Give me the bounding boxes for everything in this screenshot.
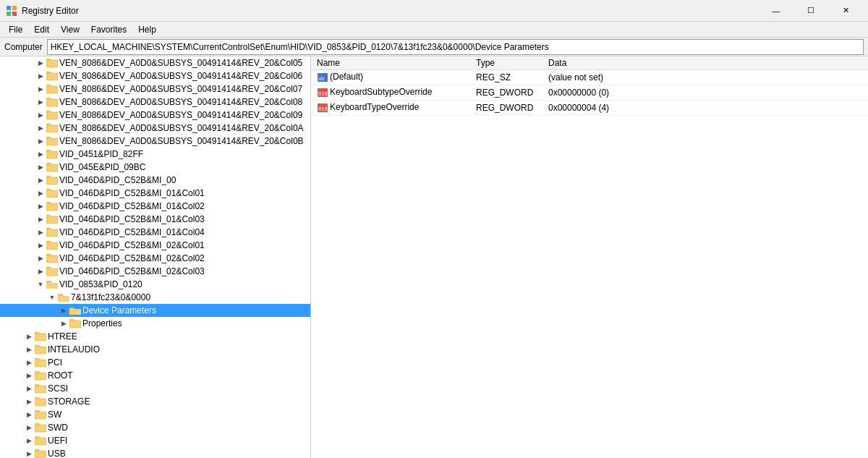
- expand-btn[interactable]: ▶: [35, 70, 46, 82]
- tree-node-vid_046d_mi02_col3[interactable]: ▶ VID_046D&PID_C52B&MI_02&Col03: [0, 265, 310, 278]
- folder-icon: [35, 436, 46, 446]
- node-label: VID_0853&PID_0120: [59, 279, 142, 289]
- close-button[interactable]: ✕: [829, 0, 862, 22]
- tree-node-vid_046d_mi01_col3[interactable]: ▶ VID_046D&PID_C52B&MI_01&Col03: [0, 213, 310, 226]
- expand-btn[interactable]: ▶: [23, 370, 35, 381]
- tree-node-ven_8086_col0b[interactable]: ▶ VEN_8086&DEV_A0D0&SUBSYS_00491414&REV_…: [0, 135, 310, 148]
- expand-btn[interactable]: ▶: [35, 135, 46, 147]
- expand-btn[interactable]: ▶: [35, 57, 46, 69]
- menu-item-file[interactable]: File: [3, 23, 28, 36]
- tree-node-ven_8086_col6[interactable]: ▶ VEN_8086&DEV_A0D0&SUBSYS_00491414&REV_…: [0, 69, 310, 82]
- tree-node-ven_8086_col7[interactable]: ▶ VEN_8086&DEV_A0D0&SUBSYS_00491414&REV_…: [0, 82, 310, 96]
- tree-container[interactable]: ▶ VEN_8086&DEV_A0D0&SUBSYS_00491414&REV_…: [0, 56, 310, 458]
- expand-btn[interactable]: ▶: [23, 383, 35, 394]
- tree-node-vid_046d_mi01_col4[interactable]: ▶ VID_046D&PID_C52B&MI_01&Col04: [0, 226, 310, 239]
- expand-btn[interactable]: ▶: [35, 239, 46, 251]
- node-label: STORAGE: [48, 396, 90, 407]
- tree-node-uefi[interactable]: ▶ UEFI: [0, 434, 310, 447]
- expand-btn[interactable]: ▶: [58, 305, 69, 316]
- tree-node-ven_8086_col9[interactable]: ▶ VEN_8086&DEV_A0D0&SUBSYS_00491414&REV_…: [0, 109, 310, 122]
- expand-btn[interactable]: ▶: [58, 318, 69, 329]
- expand-btn[interactable]: ▶: [35, 200, 46, 212]
- tree-node-properties[interactable]: ▶ Properties: [0, 317, 310, 330]
- folder-icon: [35, 331, 46, 342]
- svg-rect-47: [35, 360, 46, 367]
- tree-node-swd[interactable]: ▶ SWD: [0, 421, 310, 434]
- menu-item-help[interactable]: Help: [132, 23, 162, 36]
- menu-item-favorites[interactable]: Favorites: [85, 23, 132, 36]
- expand-btn[interactable]: ▶: [35, 122, 46, 134]
- tree-node-ven_8086_col8[interactable]: ▶ VEN_8086&DEV_A0D0&SUBSYS_00491414&REV_…: [0, 96, 310, 109]
- expand-btn[interactable]: ▶: [35, 213, 46, 225]
- expand-btn[interactable]: ▶: [23, 331, 35, 342]
- tree-node-intelaudio[interactable]: ▶ INTELAUDIO: [0, 343, 310, 356]
- tree-node-scsi[interactable]: ▶ SCSI: [0, 382, 310, 395]
- address-path-input[interactable]: [47, 39, 864, 55]
- tree-node-sw[interactable]: ▶ SW: [0, 408, 310, 421]
- expand-btn[interactable]: ▶: [35, 187, 46, 199]
- node-label: VEN_8086&DEV_A0D0&SUBSYS_00491414&REV_20…: [59, 97, 302, 107]
- table-row[interactable]: 010 KeyboardTypeOverrideREG_DWORD0x00000…: [311, 101, 868, 116]
- expand-btn[interactable]: ▶: [23, 435, 35, 446]
- folder-icon: [35, 370, 46, 381]
- folder-icon: [46, 240, 58, 250]
- minimize-button[interactable]: —: [760, 0, 793, 22]
- svg-rect-45: [35, 347, 46, 354]
- expand-btn[interactable]: ▶: [35, 253, 46, 264]
- tree-node-vid_046d_mi02_col1[interactable]: ▶ VID_046D&PID_C52B&MI_02&Col01: [0, 239, 310, 252]
- expand-btn[interactable]: ▶: [35, 161, 46, 173]
- expand-btn[interactable]: ▶: [35, 148, 46, 160]
- tree-node-htree[interactable]: ▶ HTREE: [0, 330, 310, 343]
- expand-btn[interactable]: ▶: [23, 448, 35, 458]
- node-label: VEN_8086&DEV_A0D0&SUBSYS_00491414&REV_20…: [59, 123, 304, 133]
- folder-icon: [46, 136, 58, 146]
- node-label: VEN_8086&DEV_A0D0&SUBSYS_00491414&REV_20…: [59, 84, 302, 94]
- tree-node-vid_046d_mi00[interactable]: ▶ VID_046D&PID_C52B&MI_00: [0, 174, 310, 187]
- folder-icon: [46, 175, 58, 185]
- tree-node-storage[interactable]: ▶ STORAGE: [0, 395, 310, 408]
- svg-rect-51: [35, 386, 46, 393]
- folder-icon: [46, 214, 58, 224]
- menu-item-view[interactable]: View: [55, 23, 85, 36]
- folder-icon: [46, 149, 58, 159]
- expand-btn[interactable]: ▶: [35, 83, 46, 95]
- expand-btn[interactable]: ▶: [35, 266, 46, 277]
- tree-node-vid_046d_mi01_col2[interactable]: ▶ VID_046D&PID_C52B&MI_01&Col02: [0, 200, 310, 213]
- maximize-button[interactable]: ☐: [794, 0, 827, 22]
- folder-icon: [46, 266, 58, 276]
- collapse-btn[interactable]: ▼: [35, 279, 46, 290]
- expand-btn[interactable]: ▶: [35, 109, 46, 121]
- tree-node-pci[interactable]: ▶ PCI: [0, 356, 310, 369]
- svg-rect-14: [46, 125, 58, 132]
- tree-node-vid_046d_mi02_col2[interactable]: ▶ VID_046D&PID_C52B&MI_02&Col02: [0, 252, 310, 265]
- folder-closed-icon: [46, 123, 58, 133]
- expand-btn[interactable]: ▶: [35, 174, 46, 186]
- expand-btn[interactable]: ▶: [23, 357, 35, 368]
- tree-node-vid_046d_mi01_col1[interactable]: ▶ VID_046D&PID_C52B&MI_01&Col01: [0, 187, 310, 200]
- tree-node-root[interactable]: ▶ ROOT: [0, 369, 310, 382]
- svg-rect-61: [35, 451, 46, 458]
- tree-node-device_params[interactable]: ▶ Device Parameters: [0, 304, 310, 317]
- node-label: VID_046D&PID_C52B&MI_02&Col03: [59, 266, 205, 276]
- expand-btn[interactable]: ▶: [23, 396, 35, 407]
- tree-node-vid_0853[interactable]: ▼ VID_0853&PID_0120: [0, 278, 310, 291]
- folder-closed-icon: [46, 201, 58, 211]
- tree-node-device_id[interactable]: ▼ 7&13f1fc23&0&0000: [0, 291, 310, 304]
- expand-btn[interactable]: ▶: [35, 226, 46, 238]
- table-row[interactable]: ab (Default)REG_SZ(value not set): [311, 70, 868, 85]
- menu-item-edit[interactable]: Edit: [28, 23, 55, 36]
- expand-btn[interactable]: ▶: [23, 422, 35, 433]
- tree-node-vid_0451[interactable]: ▶ VID_0451&PID_82FF: [0, 148, 310, 161]
- expand-btn[interactable]: ▶: [35, 96, 46, 108]
- folder-closed-icon: [46, 240, 58, 250]
- collapse-btn[interactable]: ▼: [46, 292, 58, 303]
- tree-node-ven_8086_col5[interactable]: ▶ VEN_8086&DEV_A0D0&SUBSYS_00491414&REV_…: [0, 56, 310, 69]
- table-row[interactable]: 010 KeyboardSubtypeOverrideREG_DWORD0x00…: [311, 85, 868, 101]
- tree-node-vid_045e[interactable]: ▶ VID_045E&PID_09BC: [0, 161, 310, 174]
- folder-icon: [35, 423, 46, 433]
- value-data: (value not set): [542, 70, 868, 85]
- tree-node-ven_8086_col0a[interactable]: ▶ VEN_8086&DEV_A0D0&SUBSYS_00491414&REV_…: [0, 122, 310, 135]
- tree-node-usb[interactable]: ▶ USB: [0, 447, 310, 458]
- expand-btn[interactable]: ▶: [23, 344, 35, 355]
- expand-btn[interactable]: ▶: [23, 409, 35, 420]
